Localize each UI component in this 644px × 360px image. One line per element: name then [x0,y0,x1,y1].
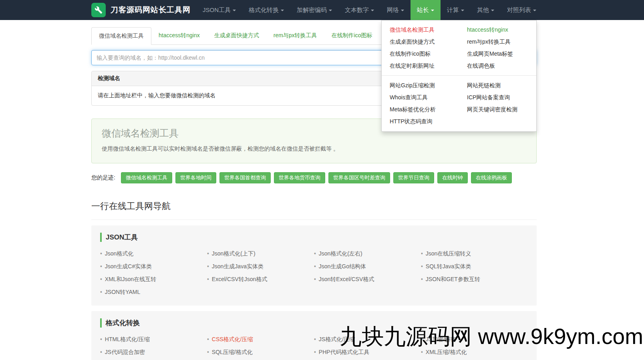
dropdown-item[interactable]: HTTP状态码查询 [382,115,459,127]
chevron-down-icon [431,10,434,11]
nav-item-label: 加解密编码 [297,6,327,13]
nav-item-label: 站长 [417,6,429,13]
footprints-buttons: 微信域名检测工具世界各地时间世界各国首都查询世界各地货币查询世界各国区号时差查询… [121,172,515,183]
nav-item-label: 其他 [477,6,489,13]
nav-item-label: 文本数字 [345,6,369,13]
tool-link[interactable]: Json转Excel/CSV格式 [314,276,421,283]
dropdown-section-1: 微信域名检测工具生成桌面快捷方式在线制作ico图标在线定时刷新网址 htacce… [382,24,536,72]
nav-item-0[interactable]: JSON工具 [196,0,242,20]
footprint-button[interactable]: 世界各国首都查询 [219,172,271,183]
footprint-button[interactable]: 世界各地时间 [175,172,216,183]
dropdown-item[interactable]: 生成桌面快捷方式 [382,36,459,48]
tab-3[interactable]: rem与px转换工具 [266,27,324,45]
dropdown-item[interactable]: htaccess转nginx [459,24,536,36]
footprint-button[interactable]: 世界各地货币查询 [274,172,325,183]
tool-link[interactable]: JSON和GET参数互转 [421,276,528,283]
tool-link[interactable]: Json在线压缩转义 [421,250,528,257]
footprint-button[interactable]: 在线涂鸦画板 [471,172,512,183]
nav-item-label: 网络 [387,6,399,13]
tool-link[interactable]: JS代码混合加密 [100,348,207,356]
footprint-button[interactable]: 微信域名检测工具 [121,172,172,183]
dropdown-item[interactable]: Meta标签优化分析 [382,103,459,115]
tab-0[interactable]: 微信域名检测工具 [91,27,151,45]
page-title: 一行在线工具网导航 [91,200,537,220]
nav-item-label: 格式化转换 [249,6,279,13]
footprints-label: 您的足迹: [91,174,115,181]
link-grid: Json格式化Json格式化(上下)Json格式化(左右)Json在线压缩转义J… [100,250,528,296]
nav-item-6[interactable]: 计算 [441,0,471,20]
nav-item-5[interactable]: 站长 [411,0,441,20]
tool-link[interactable]: HTML格式化/压缩 [100,336,207,343]
dropdown-item[interactable]: 网站死链检测 [459,79,536,91]
tool-link[interactable]: SQL压缩/格式化 [207,348,314,356]
nav-item-2[interactable]: 加解密编码 [290,0,338,20]
tool-link[interactable]: Json生成Go结构体 [314,263,421,270]
chevron-down-icon [533,10,536,11]
chevron-down-icon [329,10,332,11]
tool-link[interactable]: JSON转YAML [100,288,207,296]
brand[interactable]: 刀客源码网站长工具网 [91,0,191,20]
tool-link[interactable]: Json格式化 [100,250,207,257]
zhanzhang-dropdown-menu: 微信域名检测工具生成桌面快捷方式在线制作ico图标在线定时刷新网址 htacce… [381,20,537,132]
dropdown-item[interactable]: Whois查询工具 [382,91,459,103]
nav-item-1[interactable]: 格式化转换 [242,0,290,20]
footprint-button[interactable]: 在线时钟 [437,172,468,183]
tool-card-0: JSON工具Json格式化Json格式化(上下)Json格式化(左右)Json在… [91,225,537,306]
dropdown-item[interactable]: 在线定时刷新网址 [382,60,459,72]
dropdown-item[interactable]: 在线制作ico图标 [382,48,459,60]
tool-link[interactable]: XML和Json在线互转 [100,276,207,283]
footprint-button[interactable]: 世界节日查询 [393,172,434,183]
tool-info-description: 使用微信域名检测工具可以实时检测域名是否被微信屏蔽，检测您的域名在微信是否被拦截… [102,145,526,153]
chevron-down-icon [281,10,284,11]
main-menu: JSON工具格式化转换加解密编码文本数字网络站长计算其他对照列表 [196,0,543,20]
nav-item-label: 对照列表 [507,6,531,13]
dropdown-item[interactable]: 生成网页Meta标签 [459,48,536,60]
footprints-bar: 您的足迹: 微信域名检测工具世界各地时间世界各国首都查询世界各地货币查询世界各国… [91,172,537,183]
tab-4[interactable]: 在线制作ico图标 [324,27,380,45]
tab-1[interactable]: htaccess转nginx [151,27,207,45]
tool-link[interactable]: Json生成Java实体类 [207,263,314,270]
nav-item-label: JSON工具 [203,6,231,13]
chevron-down-icon [461,10,464,11]
top-navbar: 刀客源码网站长工具网 JSON工具格式化转换加解密编码文本数字网络站长计算其他对… [0,0,644,20]
dropdown-item[interactable]: 微信域名检测工具 [382,24,459,36]
nav-item-8[interactable]: 对照列表 [501,0,543,20]
dropdown-section-2: 网站Gzip压缩检测Whois查询工具Meta标签优化分析HTTP状态码查询 网… [382,79,536,127]
watermark-text: 九块九源码网 www.9k9ym.com [340,322,643,352]
chevron-down-icon [401,10,404,11]
dropdown-item[interactable]: 网站Gzip压缩检测 [382,79,459,91]
tool-link[interactable]: SQL转Java实体类 [421,263,528,270]
nav-item-3[interactable]: 文本数字 [338,0,380,20]
footprint-button[interactable]: 世界各国区号时差查询 [328,172,390,183]
dropdown-item[interactable]: rem与px转换工具 [459,36,536,48]
chevron-down-icon [491,10,494,11]
tool-link[interactable]: CSS格式化/压缩 [207,336,314,343]
dropdown-item[interactable]: 网页关键词密度检测 [459,103,536,115]
nav-item-7[interactable]: 其他 [471,0,501,20]
card-title: JSON工具 [100,233,528,242]
chevron-down-icon [233,10,236,11]
tab-2[interactable]: 生成桌面快捷方式 [207,27,266,45]
tool-link[interactable]: Excel/CSV转Json格式 [207,276,314,283]
tool-link[interactable]: Json格式化(左右) [314,250,421,257]
wrench-icon [91,3,106,17]
dropdown-item[interactable]: 在线调色板 [459,60,536,72]
dropdown-divider [382,75,536,76]
tool-link[interactable]: Json格式化(上下) [207,250,314,257]
nav-item-label: 计算 [447,6,459,13]
site-title: 刀客源码网站长工具网 [111,5,191,15]
chevron-down-icon [371,10,374,11]
nav-item-4[interactable]: 网络 [380,0,411,20]
tool-link[interactable]: Json生成C#实体类 [100,263,207,270]
dropdown-item[interactable]: ICP网站备案查询 [459,91,536,103]
